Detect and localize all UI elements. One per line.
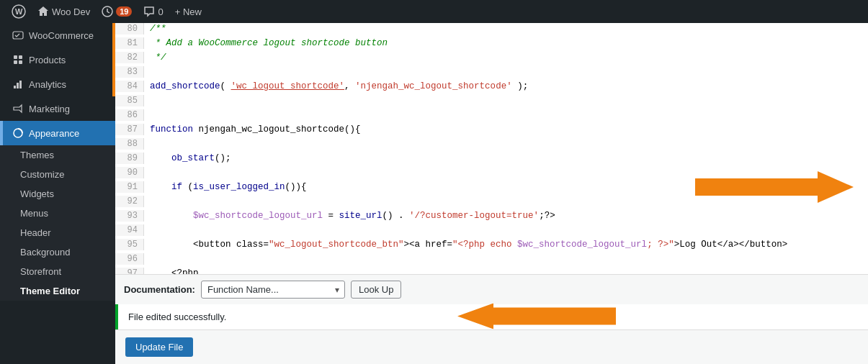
appearance-label: Appearance (29, 128, 79, 139)
success-text: File edited successfully. (128, 311, 226, 322)
sidebar-item-appearance[interactable]: Appearance (0, 121, 115, 145)
svg-rect-4 (14, 55, 17, 59)
site-name-item[interactable]: Woo Dev (32, 0, 96, 23)
code-line-83: 83 (115, 66, 868, 81)
sidebar-item-background[interactable]: Background (0, 242, 115, 262)
success-message-bar: File edited successfully. (115, 304, 868, 329)
svg-rect-8 (14, 86, 16, 88)
svg-rect-5 (19, 55, 22, 59)
svg-text:W: W (15, 7, 23, 16)
new-label: + New (175, 6, 202, 17)
analytics-icon (12, 78, 24, 91)
code-line-94: 94 (115, 224, 868, 239)
code-line-81: 81 * Add a WooCommerce logout shortcode … (115, 37, 868, 52)
comments-item[interactable]: 0 (138, 0, 169, 23)
left-arrow-icon (457, 303, 616, 329)
update-file-button[interactable]: Update File (125, 337, 193, 357)
wp-logo-item[interactable]: W (6, 0, 32, 23)
function-name-select[interactable]: Function Name... (201, 281, 345, 299)
code-line-97: 97 <?php (115, 268, 868, 274)
doc-label: Documentation: (124, 284, 195, 295)
code-line-86: 86 (115, 109, 868, 124)
svg-marker-13 (457, 303, 616, 329)
sidebar-item-theme-editor[interactable]: Theme Editor (0, 281, 115, 301)
code-line-87: 87 function njengah_wc_logout_shortcode(… (115, 124, 868, 138)
code-line-92: 92 (115, 196, 868, 210)
sidebar-item-widgets[interactable]: Widgets (0, 184, 115, 204)
sidebar-item-menus[interactable]: Menus (0, 204, 115, 223)
sidebar-item-storefront[interactable]: Storefront (0, 262, 115, 281)
products-label: Products (29, 55, 66, 65)
sidebar-item-themes[interactable]: Themes (0, 145, 115, 165)
house-icon (37, 6, 49, 17)
wp-logo-icon: W (12, 4, 26, 19)
svg-rect-9 (17, 83, 19, 88)
products-icon (12, 53, 24, 66)
arrow-annotation-2 (457, 303, 616, 331)
lookup-button[interactable]: Look Up (351, 281, 401, 299)
appearance-icon (12, 127, 24, 140)
sidebar-item-products[interactable]: Products (0, 47, 115, 72)
sidebar-item-marketing[interactable]: Marketing (0, 96, 115, 121)
sidebar-item-woocommerce[interactable]: WooCommerce (0, 23, 115, 47)
new-item[interactable]: + New (169, 0, 207, 23)
site-name: Woo Dev (52, 6, 90, 17)
code-line-91: 91 if (is_user_logged_in()){ (115, 181, 868, 196)
updates-count: 19 (116, 6, 132, 17)
code-line-82: 82 */ (115, 52, 868, 66)
code-line-96: 96 (115, 253, 868, 268)
marketing-icon (12, 102, 24, 115)
updates-icon (102, 6, 113, 17)
updates-item[interactable]: 19 (96, 0, 138, 23)
documentation-bar: Documentation: Function Name... Look Up (115, 274, 868, 304)
admin-bar: W Woo Dev 19 0 + New (0, 0, 868, 23)
update-bar: Update File (115, 329, 868, 364)
sidebar-item-analytics[interactable]: Analytics (0, 72, 115, 96)
woocommerce-icon (12, 29, 24, 42)
svg-rect-10 (19, 81, 22, 88)
code-line-80: 80 /** (115, 23, 868, 37)
svg-rect-6 (14, 60, 17, 64)
svg-rect-7 (19, 60, 22, 64)
code-line-89: 89 ob_start(); (115, 153, 868, 167)
analytics-label: Analytics (29, 79, 66, 90)
code-editor[interactable]: 80 /** 81 * Add a WooCommerce logout sho… (115, 23, 868, 274)
sidebar-submenu: Themes Customize Widgets Menus Header Ba… (0, 145, 115, 301)
content-area: 80 /** 81 * Add a WooCommerce logout sho… (115, 23, 868, 364)
marketing-label: Marketing (29, 104, 70, 114)
woocommerce-label: WooCommerce (29, 30, 94, 41)
function-select-wrapper: Function Name... (201, 281, 345, 299)
code-line-95: 95 <button class="wc_logout_shortcode_bt… (115, 239, 868, 253)
code-line-88: 88 (115, 138, 868, 153)
sidebar: WooCommerce Products Analytics Marketing (0, 23, 115, 364)
comments-icon (143, 6, 155, 17)
main-layout: WooCommerce Products Analytics Marketing (0, 23, 868, 364)
code-line-90: 90 (115, 167, 868, 181)
comments-count: 0 (158, 6, 163, 17)
code-line-93: 93 $wc_shortcode_logout_url = site_url()… (115, 210, 868, 224)
sidebar-item-header[interactable]: Header (0, 223, 115, 242)
code-line-84: 84 add_shortcode( 'wc_logout_shortcode',… (115, 81, 868, 95)
sidebar-item-customize[interactable]: Customize (0, 165, 115, 184)
code-line-85: 85 (115, 95, 868, 109)
